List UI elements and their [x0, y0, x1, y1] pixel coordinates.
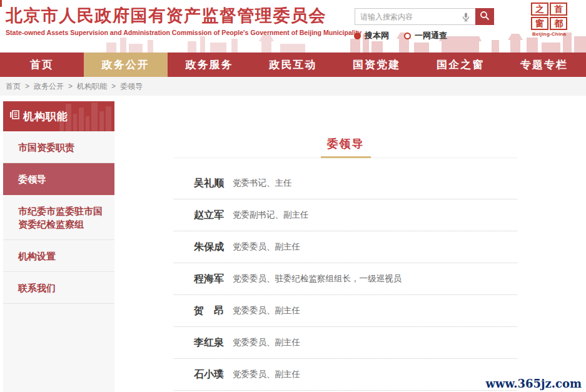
leader-row: 石小璞 党委委员、副主任: [174, 359, 517, 391]
logo-seal-grid: 之 首 窗 都: [531, 3, 567, 30]
logo-caption: Beijing-China: [531, 31, 567, 37]
scope-network-option[interactable]: 一网通查: [404, 30, 447, 41]
search-scope-options: 搜本网 一网通查: [354, 30, 447, 41]
leader-role: 党委委员、副主任: [233, 305, 300, 316]
title-divider: [174, 158, 517, 158]
nav-item-home[interactable]: 首页: [0, 53, 84, 77]
sidebar: 机构职能 市国资委职责 委领导 市纪委市监委驻市国资委纪检监察组 机构设置 联系…: [3, 101, 114, 392]
logo-char: 都: [550, 17, 567, 30]
page-title: 委领导: [174, 96, 517, 151]
leader-row: 程海军 党委委员、驻委纪检监察组组长，一级巡视员: [174, 263, 517, 295]
menu-icon: [10, 110, 19, 123]
sidebar-item-org-setup[interactable]: 机构设置: [3, 240, 114, 272]
breadcrumb-separator: >: [25, 82, 29, 91]
sidebar-title-label: 机构职能: [23, 109, 68, 124]
nav-item-interaction[interactable]: 政民互动: [251, 53, 335, 77]
scope-network-label: 一网通查: [415, 30, 447, 41]
breadcrumb-org-functions[interactable]: 机构职能: [77, 81, 107, 92]
nav-item-soe-window[interactable]: 国企之窗: [418, 53, 502, 77]
leader-row: 李红泉 党委委员、副主任: [174, 327, 517, 359]
search-bar: [355, 8, 494, 25]
radio-unselected-icon: [404, 33, 411, 39]
leader-name: 李红泉: [194, 336, 233, 349]
breadcrumb-separator: >: [111, 82, 116, 91]
nav-item-special-topics[interactable]: 专题专栏: [502, 53, 586, 77]
sidebar-title: 机构职能: [3, 101, 114, 131]
scope-site-label: 搜本网: [365, 30, 389, 41]
leader-role: 党委委员、驻委纪检监察组组长，一级巡视员: [233, 273, 402, 284]
site-subtitle-en: State-owned Assets Supervision and Admin…: [6, 29, 361, 36]
breadcrumb-gov-disclosure[interactable]: 政务公开: [34, 81, 64, 92]
leader-name: 赵立军: [194, 209, 233, 222]
main-content: 委领导 吴礼顺 党委书记、主任 赵立军 党委副书记、副主任 朱保成 党委委员、副…: [114, 96, 586, 392]
leader-row: 吴礼顺 党委书记、主任: [174, 168, 517, 199]
beijing-china-logo[interactable]: 之 首 窗 都 Beijing-China: [531, 3, 567, 37]
title-gold-underline: [321, 156, 371, 158]
site-title: 北京市人民政府国有资产监督管理委员会: [6, 4, 326, 27]
leader-name: 石小璞: [194, 368, 233, 381]
search-button[interactable]: [475, 8, 494, 25]
watermark: www.365jz.com: [485, 377, 582, 390]
corner-decoration: [0, 0, 2, 7]
page: 北京市人民政府国有资产监督管理委员会 State-owned Assets Su…: [0, 0, 586, 392]
search-input[interactable]: [355, 8, 475, 25]
logo-char: 窗: [531, 17, 548, 30]
leader-role: 党委副书记、副主任: [233, 209, 309, 221]
leader-role: 党委委员、副主任: [233, 369, 300, 380]
leader-name: 贺 昂: [194, 304, 233, 318]
leader-name: 吴礼顺: [194, 177, 233, 190]
main-nav: 首页 政务公开 政务服务 政民互动 国资党建 国企之窗 专题专栏: [0, 53, 586, 77]
scope-site-option[interactable]: 搜本网: [354, 30, 389, 41]
leader-role: 党委书记、主任: [233, 178, 292, 189]
leader-row: 贺 昂 党委委员、副主任: [174, 295, 517, 327]
breadcrumb-home[interactable]: 首页: [6, 81, 21, 92]
sidebar-item-responsibilities[interactable]: 市国资委职责: [3, 131, 114, 163]
leader-name: 朱保成: [194, 241, 233, 254]
breadcrumb-current: 委领导: [120, 81, 143, 92]
site-header: 北京市人民政府国有资产监督管理委员会 State-owned Assets Su…: [0, 0, 586, 53]
leaders-list: 吴礼顺 党委书记、主任 赵立军 党委副书记、副主任 朱保成 党委委员、副主任 程…: [174, 168, 517, 391]
mic-icon[interactable]: [461, 12, 471, 22]
search-icon: [480, 11, 490, 23]
breadcrumb: 首页 > 政务公开 > 机构职能 > 委领导: [0, 77, 586, 96]
logo-char: 首: [550, 3, 567, 16]
sidebar-item-discipline-inspection[interactable]: 市纪委市监委驻市国资委纪检监察组: [3, 195, 114, 240]
leader-role: 党委委员、副主任: [233, 337, 300, 348]
sidebar-item-leaders[interactable]: 委领导: [3, 163, 114, 195]
nav-item-gov-disclosure[interactable]: 政务公开: [84, 53, 168, 77]
leader-row: 赵立军 党委副书记、副主任: [174, 199, 517, 231]
nav-item-party-building[interactable]: 国资党建: [335, 53, 418, 77]
radio-selected-icon: [354, 33, 361, 39]
leader-name: 程海军: [194, 273, 233, 286]
leader-row: 朱保成 党委委员、副主任: [174, 231, 517, 263]
leader-role: 党委委员、副主任: [233, 241, 300, 253]
breadcrumb-separator: >: [68, 82, 73, 91]
nav-item-gov-services[interactable]: 政务服务: [168, 53, 251, 77]
sidebar-item-contact-us[interactable]: 联系我们: [3, 272, 114, 304]
logo-char: 之: [531, 3, 548, 16]
